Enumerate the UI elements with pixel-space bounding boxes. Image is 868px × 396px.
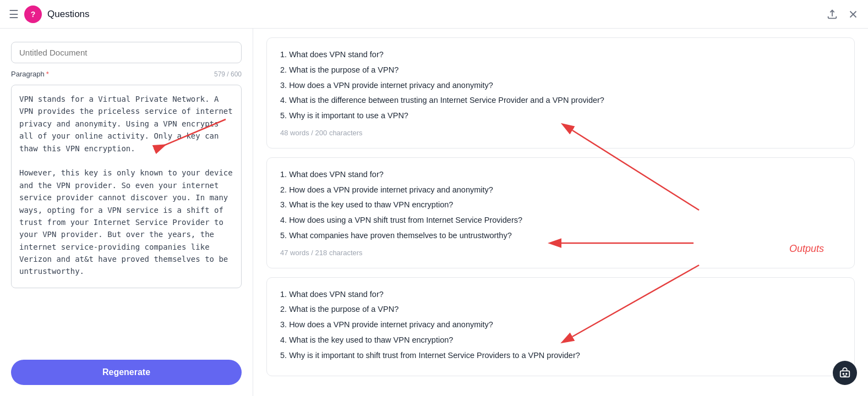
list-item: How does a VPN provide internet privacy … — [280, 80, 841, 92]
app-header: ☰ ? Questions — [0, 0, 868, 29]
list-item: What does VPN stand for? — [280, 289, 841, 301]
hamburger-menu-button[interactable]: ☰ — [9, 8, 19, 21]
list-item: What is the difference between trusting … — [280, 95, 841, 107]
list-item: Why is it important to shift trust from … — [280, 350, 841, 362]
list-item: How does using a VPN shift trust from In… — [280, 215, 841, 227]
output-card-2: What does VPN stand for? How does a VPN … — [266, 157, 855, 268]
regenerate-button[interactable]: Regenerate — [11, 360, 242, 385]
svg-point-13 — [846, 373, 847, 375]
list-item: What is the purpose of a VPN? — [280, 64, 841, 76]
right-panel: What does VPN stand for? What is the pur… — [253, 29, 868, 396]
list-item: What does VPN stand for? — [280, 49, 841, 61]
paragraph-textarea[interactable]: VPN stands for a Virtual Private Network… — [11, 85, 242, 288]
list-item: Why is it important to use a VPN? — [280, 110, 841, 122]
main-layout: Paragraph * 579 / 600 VPN stands for a V… — [0, 29, 868, 396]
document-title-input[interactable] — [11, 42, 242, 63]
paragraph-label-row: Paragraph * 579 / 600 — [11, 70, 242, 78]
char-count: 579 / 600 — [214, 70, 242, 78]
questions-list-2: What does VPN stand for? How does a VPN … — [280, 169, 841, 242]
list-item: What is the key used to thaw VPN encrypt… — [280, 199, 841, 211]
output-card-3: What does VPN stand for? What is the pur… — [266, 277, 855, 377]
list-item: How does a VPN provide internet privacy … — [280, 319, 841, 331]
left-panel: Paragraph * 579 / 600 VPN stands for a V… — [0, 29, 253, 396]
app-logo-icon: ? — [24, 6, 42, 23]
list-item: What is the key used to thaw VPN encrypt… — [280, 334, 841, 346]
close-button[interactable] — [847, 8, 859, 20]
svg-point-12 — [843, 373, 844, 375]
header-left: ☰ ? Questions — [9, 6, 90, 23]
questions-list-1: What does VPN stand for? What is the pur… — [280, 49, 841, 122]
app-title: Questions — [47, 9, 90, 20]
word-count-2: 47 words / 218 characters — [280, 249, 841, 257]
bot-icon-button[interactable] — [833, 361, 857, 385]
list-item: How does a VPN provide internet privacy … — [280, 184, 841, 196]
header-actions — [826, 8, 859, 20]
list-item: What is the purpose of a VPN? — [280, 304, 841, 316]
required-star: * — [46, 70, 49, 78]
list-item: What companies have proven themselves to… — [280, 230, 841, 242]
paragraph-label: Paragraph * — [11, 70, 49, 78]
questions-list-3: What does VPN stand for? What is the pur… — [280, 289, 841, 362]
outputs-annotation-label: Outputs — [789, 243, 824, 255]
upload-button[interactable] — [826, 8, 838, 20]
output-card-1: What does VPN stand for? What is the pur… — [266, 37, 855, 148]
word-count-1: 48 words / 200 characters — [280, 129, 841, 137]
list-item: What does VPN stand for? — [280, 169, 841, 181]
textarea-wrapper: VPN stands for a Virtual Private Network… — [11, 85, 242, 353]
